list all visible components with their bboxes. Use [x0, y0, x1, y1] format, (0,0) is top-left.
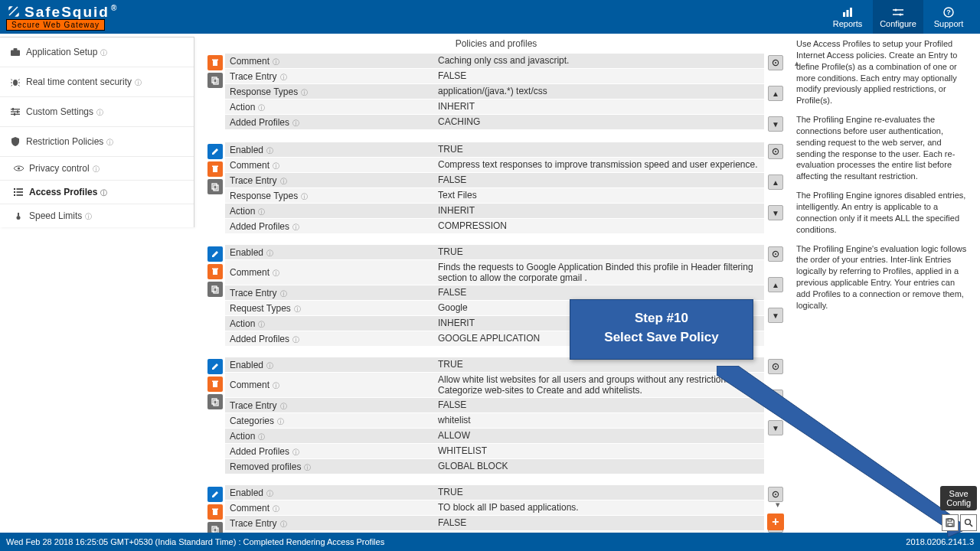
- sidebar-item-access-profiles[interactable]: Access Profiles: [0, 181, 194, 204]
- info-icon[interactable]: [85, 212, 93, 220]
- info-icon[interactable]: [258, 103, 266, 111]
- entry-row-label: Comment: [225, 54, 433, 68]
- policy-entry: Comment Caching only css and javascript.…: [205, 54, 786, 132]
- move-down-button[interactable]: ▼: [768, 205, 783, 220]
- sliders-icon: [893, 6, 903, 18]
- scroll-up-caret-icon[interactable]: ▴: [795, 58, 799, 68]
- clone-entry-button[interactable]: [207, 394, 223, 409]
- info-icon[interactable]: [266, 146, 274, 154]
- svg-rect-2: [850, 8, 852, 17]
- info-icon[interactable]: [280, 520, 288, 527]
- entry-action-column: [205, 357, 225, 474]
- entry-row-label: Removed profiles: [225, 459, 433, 474]
- brand-trademark-icon: ®: [111, 4, 116, 12]
- info-icon[interactable]: [292, 119, 300, 126]
- info-icon[interactable]: [273, 504, 280, 512]
- info-icon[interactable]: [301, 192, 309, 200]
- info-icon[interactable]: [106, 138, 114, 145]
- info-icon[interactable]: [292, 335, 300, 343]
- info-icon[interactable]: [294, 305, 302, 312]
- info-icon[interactable]: [100, 188, 108, 196]
- entry-target-button[interactable]: [768, 246, 783, 262]
- info-icon[interactable]: [280, 73, 288, 80]
- info-icon[interactable]: [301, 88, 309, 96]
- info-icon[interactable]: [258, 320, 266, 328]
- entry-target-button[interactable]: [768, 144, 783, 159]
- sidebar-item-restriction-policies[interactable]: Restriction Policies: [0, 127, 194, 157]
- info-icon[interactable]: [96, 108, 104, 116]
- clone-entry-button[interactable]: [207, 522, 223, 533]
- sidebar-item-application-setup[interactable]: Application Setup: [0, 37, 194, 67]
- sidebar-item-realtime-content-security[interactable]: Real time content security: [0, 67, 194, 97]
- info-icon[interactable]: [93, 165, 100, 172]
- info-icon[interactable]: [273, 381, 280, 389]
- nav-reports[interactable]: Reports: [822, 0, 873, 34]
- version-text: 2018.0206.2141.3: [906, 537, 974, 546]
- info-icon[interactable]: [280, 289, 288, 297]
- entry-row: Enabled TRUE: [225, 245, 764, 260]
- info-icon[interactable]: [266, 489, 274, 497]
- save-config-button[interactable]: [942, 514, 959, 531]
- delete-entry-button[interactable]: [207, 377, 223, 392]
- info-icon[interactable]: [280, 177, 288, 184]
- list-icon: [12, 187, 24, 197]
- entry-row-label: Enabled: [225, 357, 433, 372]
- entry-row-value: TRUE: [433, 245, 764, 259]
- info-icon[interactable]: [292, 223, 300, 230]
- delete-entry-button[interactable]: [207, 55, 223, 70]
- delete-entry-button[interactable]: [207, 161, 223, 177]
- svg-rect-18: [11, 109, 20, 109]
- nav-configure[interactable]: Configure: [873, 0, 923, 34]
- move-down-button[interactable]: ▼: [768, 308, 783, 323]
- info-icon[interactable]: [258, 432, 266, 440]
- move-up-button[interactable]: ▲: [768, 277, 783, 292]
- move-up-button[interactable]: ▲: [768, 86, 783, 101]
- copy-icon: [211, 76, 220, 85]
- edit-entry-button[interactable]: [207, 246, 223, 262]
- scroll-down-caret-icon[interactable]: ▾: [776, 500, 780, 510]
- info-icon[interactable]: [304, 463, 312, 471]
- nav-support[interactable]: ? Support: [923, 0, 974, 34]
- edit-entry-button[interactable]: [207, 359, 223, 374]
- delete-entry-button[interactable]: [207, 504, 223, 520]
- clone-entry-button[interactable]: [207, 73, 223, 88]
- info-icon[interactable]: [100, 48, 108, 56]
- help-text: The Profiling Engine's evaluation logic …: [796, 243, 971, 311]
- entry-row-label: Enabled: [225, 142, 433, 157]
- info-icon[interactable]: [273, 161, 280, 169]
- entry-target-button[interactable]: [768, 55, 783, 70]
- info-icon[interactable]: [135, 78, 142, 86]
- sidebar-item-custom-settings[interactable]: Custom Settings: [0, 97, 194, 127]
- entry-target-button[interactable]: [768, 359, 783, 374]
- move-down-button[interactable]: ▼: [768, 116, 783, 132]
- move-up-button[interactable]: ▲: [768, 390, 783, 405]
- info-icon[interactable]: [273, 269, 280, 276]
- info-icon[interactable]: [277, 417, 285, 425]
- clone-entry-button[interactable]: [207, 282, 223, 297]
- info-icon[interactable]: [266, 361, 274, 369]
- move-down-button[interactable]: ▼: [768, 420, 783, 435]
- clone-entry-button[interactable]: [207, 179, 223, 194]
- search-policy-button[interactable]: [960, 514, 977, 531]
- chevron-down-icon: ▼: [772, 311, 779, 320]
- info-icon[interactable]: [258, 207, 266, 215]
- brand-block: SafeSquid ® Secure Web Gateway: [3, 2, 119, 32]
- entry-row-label: Response Types: [225, 84, 433, 99]
- sidebar-item-speed-limits[interactable]: Speed Limits: [0, 204, 194, 227]
- info-icon[interactable]: [273, 57, 280, 65]
- policy-entries: Comment Caching only css and javascript.…: [205, 54, 787, 533]
- add-entry-button[interactable]: +: [767, 514, 784, 530]
- move-up-button[interactable]: ▲: [768, 174, 783, 190]
- edit-entry-button[interactable]: [207, 144, 223, 159]
- entry-row: Comment Caching only css and javascript.: [225, 54, 764, 69]
- info-icon[interactable]: [266, 249, 274, 256]
- entry-row-label: Request Types: [225, 301, 433, 315]
- info-icon[interactable]: [292, 448, 300, 455]
- delete-entry-button[interactable]: [207, 264, 223, 279]
- entry-row-value: INHERIT: [433, 99, 764, 114]
- svg-rect-58: [212, 509, 218, 510]
- info-icon[interactable]: [280, 402, 288, 409]
- sidebar-item-privacy-control[interactable]: Privacy control: [0, 157, 194, 181]
- chevron-up-icon: ▲: [772, 178, 779, 187]
- edit-entry-button[interactable]: [207, 487, 223, 502]
